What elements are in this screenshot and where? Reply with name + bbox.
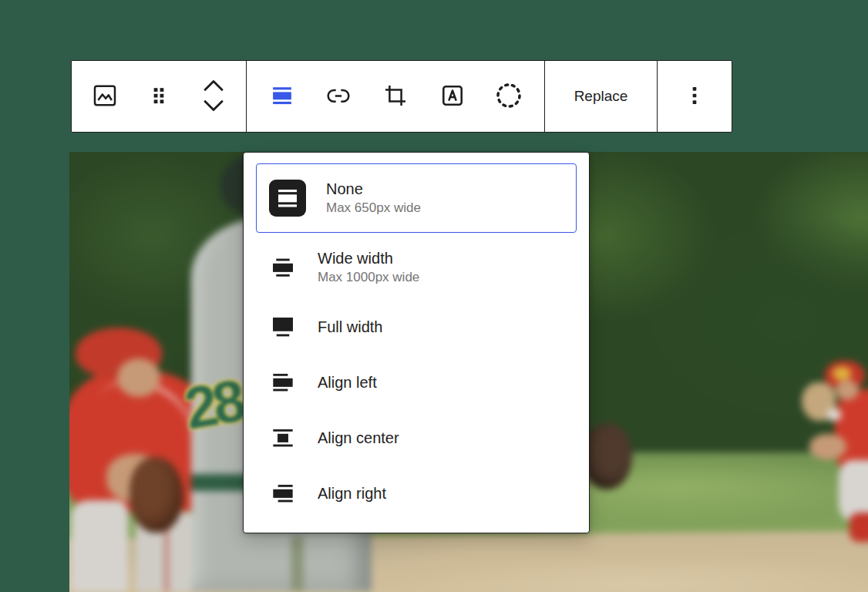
menu-item-wide-width[interactable]: Wide width Max 1000px wide xyxy=(256,236,577,299)
menu-item-label: Align center xyxy=(318,428,399,449)
menu-item-label: None xyxy=(326,179,421,200)
photo-center-player-leg-gap xyxy=(291,536,304,592)
link-button[interactable] xyxy=(317,64,360,129)
image-block-button[interactable] xyxy=(83,64,126,129)
duotone-filter-button[interactable] xyxy=(487,64,530,129)
photo-right-player-cap-logo xyxy=(833,367,851,380)
menu-item-align-right[interactable]: Align right xyxy=(256,466,577,521)
crop-button[interactable] xyxy=(374,64,417,129)
photo-right-player-face xyxy=(836,380,859,400)
block-mover xyxy=(192,64,235,129)
replace-button[interactable]: Replace xyxy=(564,80,639,113)
photo-jersey-number: 28 xyxy=(180,366,247,442)
align-right-icon xyxy=(268,479,298,508)
photo-left-player-leg xyxy=(71,500,128,592)
menu-item-align-center[interactable]: Align center xyxy=(256,410,577,466)
toolbar-replace-group: Replace xyxy=(545,61,658,132)
block-toolbar: Replace xyxy=(71,60,732,133)
link-icon xyxy=(323,80,354,113)
align-center-icon xyxy=(268,423,298,452)
menu-item-description: Max 650px wide xyxy=(326,200,421,217)
menu-item-label: Full width xyxy=(318,317,382,338)
menu-item-align-none[interactable]: None Max 650px wide xyxy=(256,163,577,233)
align-wide-icon xyxy=(268,253,298,282)
photo-right-player-pants xyxy=(839,460,868,520)
more-vertical-icon xyxy=(679,80,710,113)
options-button[interactable] xyxy=(673,64,716,129)
photo-left-player-glove xyxy=(130,457,183,533)
menu-item-full-width[interactable]: Full width xyxy=(256,299,577,355)
menu-item-align-left[interactable]: Align left xyxy=(256,355,577,410)
crop-icon xyxy=(381,81,410,113)
drag-handle[interactable] xyxy=(137,64,180,129)
menu-item-text: None Max 650px wide xyxy=(326,179,421,217)
toolbar-block-group xyxy=(72,61,247,132)
align-none-icon xyxy=(269,180,306,217)
menu-item-text: Wide width Max 1000px wide xyxy=(318,248,419,287)
move-up-button[interactable] xyxy=(197,76,230,96)
text-overlay-icon xyxy=(438,81,467,113)
menu-item-text: Full width xyxy=(318,317,382,338)
photo-right-player-sock xyxy=(849,513,868,542)
align-left-icon xyxy=(268,368,298,397)
align-button[interactable] xyxy=(261,64,304,129)
duotone-filter-icon xyxy=(493,79,525,114)
text-overlay-button[interactable] xyxy=(431,64,474,129)
move-up-icon xyxy=(199,77,228,96)
image-block-icon xyxy=(89,80,120,113)
align-dropdown-menu: None Max 650px wide Wide width Max 1000p… xyxy=(243,152,590,533)
photo-right-player-arm xyxy=(809,434,846,459)
menu-item-text: Align center xyxy=(318,428,399,449)
move-down-icon xyxy=(199,97,228,116)
move-down-button[interactable] xyxy=(197,96,230,116)
align-full-icon xyxy=(268,312,298,341)
menu-item-label: Align left xyxy=(318,372,377,393)
photo-left-player-face xyxy=(117,358,160,397)
menu-item-text: Align right xyxy=(318,483,386,504)
align-none-icon xyxy=(267,81,297,113)
toolbar-options-group xyxy=(658,61,732,132)
menu-item-label: Wide width xyxy=(318,248,419,269)
toolbar-format-group xyxy=(247,61,545,132)
menu-item-text: Align left xyxy=(318,372,377,393)
photo-right-player-wristband xyxy=(827,409,841,421)
menu-item-description: Max 1000px wide xyxy=(318,269,419,287)
drag-handle-icon xyxy=(144,81,173,113)
menu-item-label: Align right xyxy=(318,483,386,504)
